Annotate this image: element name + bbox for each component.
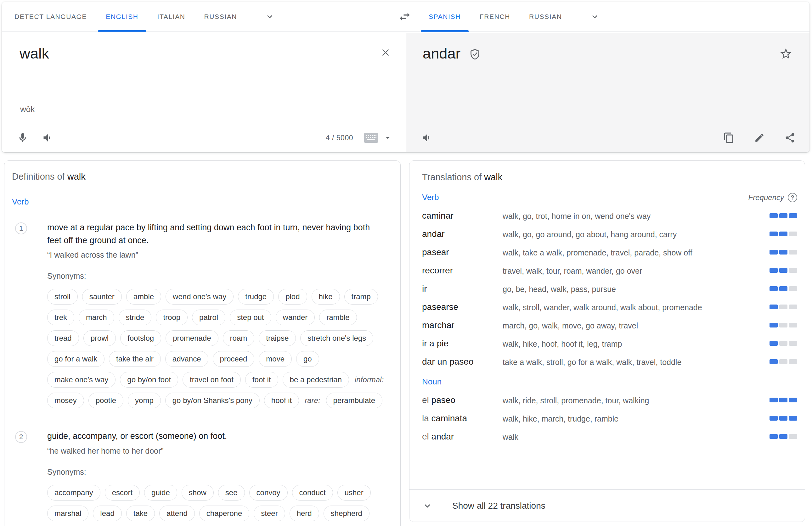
synonym-chip[interactable]: promenade (165, 330, 218, 346)
synonym-chip[interactable]: marshal (47, 506, 88, 521)
translation-row[interactable]: caminar walk, go, trot, home in on, wend… (422, 210, 797, 221)
synonym-chip[interactable]: go for a walk (47, 351, 104, 367)
frequency-segment (789, 434, 797, 439)
source-text[interactable]: walk (19, 45, 49, 62)
synonym-chip[interactable]: step out (230, 309, 271, 325)
synonym-chip[interactable]: yomp (128, 393, 161, 408)
synonym-chip[interactable]: go (296, 351, 319, 367)
synonym-chip[interactable]: steer (254, 506, 285, 521)
synonym-chip[interactable]: guide (144, 485, 177, 500)
synonym-chip[interactable]: conduct (292, 485, 333, 500)
synonym-chip[interactable]: see (218, 485, 245, 500)
suggest-edit-pencil-icon[interactable] (754, 132, 765, 143)
synonym-chip[interactable]: mosey (47, 393, 84, 408)
synonym-chip[interactable]: wander (276, 309, 315, 325)
synonym-chip[interactable]: convoy (249, 485, 288, 500)
synonym-chip[interactable]: hoof it (264, 393, 299, 408)
target-language-tab[interactable]: SPANISH (419, 2, 470, 31)
synonym-chip[interactable]: usher (337, 485, 371, 500)
synonym-chip[interactable]: perambulate (326, 393, 382, 408)
synonym-chip[interactable]: saunter (82, 289, 122, 305)
synonym-chip[interactable]: show (182, 485, 214, 500)
synonym-chip[interactable]: ramble (319, 309, 357, 325)
translation-row[interactable]: ir a pie walk, hike, hoof, hoof it, leg,… (422, 338, 797, 349)
clear-source-close-icon[interactable] (380, 46, 392, 59)
microphone-icon[interactable] (17, 132, 28, 144)
synonym-chip[interactable]: trudge (238, 289, 274, 305)
frequency-segment (769, 341, 778, 346)
translation-row[interactable]: ir go, be, head, walk, pass, pursue (422, 283, 797, 294)
translation-row[interactable]: el andar walk (422, 431, 797, 442)
show-all-translations-button[interactable]: Show all 22 translations (409, 489, 805, 522)
synonym-chip[interactable]: proceed (213, 351, 255, 367)
synonym-chip[interactable]: traipse (259, 330, 296, 346)
synonym-chip[interactable]: accompany (47, 485, 100, 500)
translation-row[interactable]: pasear walk, take a walk, promenade, tra… (422, 247, 797, 257)
translation-meanings: walk, hike, hoof, hoof it, leg, tramp (503, 338, 765, 349)
share-translation-icon[interactable] (784, 132, 796, 144)
translation-row[interactable]: dar un paseo take a walk, stroll, go for… (422, 356, 797, 367)
synonym-chip[interactable]: be a pedestrian (282, 372, 349, 388)
synonym-chip[interactable]: patrol (192, 309, 225, 325)
source-text-panel[interactable]: walk wôk 4 / 5000 (2, 33, 406, 152)
synonym-chip[interactable]: plod (278, 289, 307, 305)
frequency-segment (769, 213, 778, 218)
keyboard-icon[interactable] (364, 132, 378, 143)
translation-row[interactable]: el paseo walk, ride, stroll, promenade, … (422, 395, 797, 405)
synonym-chip[interactable]: go by/on Shanks's pony (165, 393, 260, 408)
synonym-chip[interactable]: trek (47, 309, 74, 325)
target-language-tab[interactable]: RUSSIAN (520, 2, 571, 31)
synonym-chip[interactable]: stroll (47, 289, 78, 305)
synonym-chip[interactable]: march (79, 309, 114, 325)
synonym-chip[interactable]: roam (223, 330, 255, 346)
copy-translation-icon[interactable] (723, 132, 735, 144)
synonym-chip[interactable]: attend (159, 506, 195, 521)
synonym-chip[interactable]: prowl (83, 330, 116, 346)
source-language-tab[interactable]: ENGLISH (96, 2, 148, 31)
synonym-chip[interactable]: tramp (344, 289, 378, 305)
source-language-tab[interactable]: DETECT LANGUAGE (5, 2, 96, 31)
listen-translation-speaker-icon[interactable] (421, 132, 433, 144)
synonym-chip[interactable]: hike (311, 289, 340, 305)
frequency-help-icon[interactable]: ? (788, 193, 797, 202)
synonym-chip[interactable]: stretch one's legs (300, 330, 373, 346)
synonym-chip[interactable]: take (126, 506, 155, 521)
source-languages-chevron-down-icon[interactable] (265, 12, 275, 22)
synonym-chip[interactable]: herd (290, 506, 319, 521)
translation-row[interactable]: andar walk, go, go around, go about, han… (422, 229, 797, 239)
synonym-chip[interactable]: move (259, 351, 292, 367)
synonym-chip[interactable]: take the air (109, 351, 161, 367)
translation-row[interactable]: pasearse walk, stroll, wander, walk arou… (422, 302, 797, 312)
synonym-chip[interactable]: pootle (88, 393, 124, 408)
target-languages-chevron-down-icon[interactable] (590, 12, 600, 22)
synonym-chip[interactable]: travel on foot (183, 372, 241, 388)
swap-languages-icon[interactable] (396, 10, 414, 23)
frequency-segment (779, 232, 787, 236)
synonym-chip[interactable]: lead (93, 506, 121, 521)
input-tools-caret-down-icon[interactable] (383, 133, 392, 142)
synonym-chip[interactable]: advance (165, 351, 208, 367)
synonym-chip[interactable]: stride (119, 309, 152, 325)
target-language-tab[interactable]: FRENCH (470, 2, 520, 31)
synonym-chip[interactable]: rare: (303, 396, 321, 405)
translation-row[interactable]: la caminata walk, hike, march, trudge, r… (422, 413, 797, 423)
synonym-chip[interactable]: foot it (245, 372, 278, 388)
synonym-chip[interactable]: tread (47, 330, 79, 346)
translation-row[interactable]: marchar march, go, walk, move, go away, … (422, 320, 797, 330)
definition-example: “he walked her home to her door” (47, 447, 388, 455)
synonym-chip[interactable]: amble (126, 289, 161, 305)
synonym-chip[interactable]: informal: (353, 375, 385, 384)
source-language-tab[interactable]: ITALIAN (148, 2, 195, 31)
synonym-chip[interactable]: shepherd (323, 506, 369, 521)
translation-row[interactable]: recorrer travel, walk, tour, roam, wande… (422, 265, 797, 276)
save-translation-star-icon[interactable] (779, 47, 793, 60)
listen-source-speaker-icon[interactable] (42, 132, 54, 144)
synonym-chip[interactable]: troop (156, 309, 188, 325)
synonym-chip[interactable]: chaperone (199, 506, 249, 521)
synonym-chip[interactable]: go by/on foot (120, 372, 178, 388)
source-language-tab[interactable]: RUSSIAN (195, 2, 247, 31)
synonym-chip[interactable]: wend one's way (165, 289, 233, 305)
synonym-chip[interactable]: make one's way (47, 372, 116, 388)
synonym-chip[interactable]: footslog (120, 330, 161, 346)
synonym-chip[interactable]: escort (105, 485, 140, 500)
